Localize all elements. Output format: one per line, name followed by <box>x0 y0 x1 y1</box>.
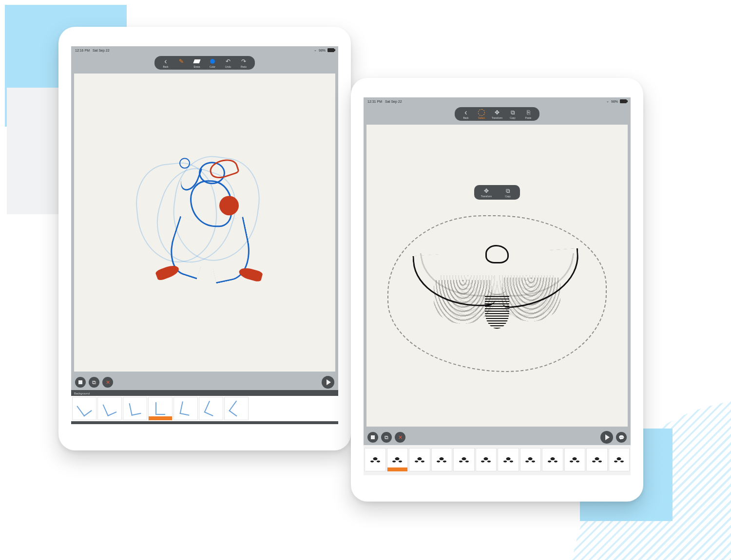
pose-thumb-icon <box>204 401 218 416</box>
timeline-frame[interactable] <box>387 448 408 471</box>
copy-icon <box>504 187 512 195</box>
select-button[interactable]: Select <box>474 109 489 119</box>
timeline-frame[interactable] <box>97 397 122 420</box>
delete-frame-button[interactable] <box>102 377 113 388</box>
transform-label: Transform <box>492 116 503 119</box>
timeline-frame[interactable] <box>453 448 475 471</box>
play-button[interactable] <box>600 431 613 444</box>
timeline-frame[interactable] <box>72 397 96 420</box>
timeline-frame[interactable] <box>173 397 198 420</box>
timeline-frame[interactable] <box>542 448 563 471</box>
play-button[interactable] <box>322 376 334 389</box>
back-label: Back <box>463 116 468 119</box>
new-frame-button[interactable] <box>367 432 378 443</box>
brush-button[interactable] <box>174 57 189 65</box>
pose-thumb-icon <box>155 402 165 415</box>
bird-thumb-icon <box>567 455 582 464</box>
toolbar-pill: Back Erase Color <box>154 56 255 70</box>
timeline-frame[interactable] <box>199 397 223 420</box>
bird-thumb-icon <box>589 455 605 464</box>
timeline-frame[interactable] <box>476 448 497 471</box>
timeline-controls <box>364 429 631 445</box>
brush-icon <box>177 57 185 65</box>
timeline-layer-label: Background <box>71 392 338 396</box>
current-frame-drawing <box>419 231 575 338</box>
timeline-frame[interactable] <box>609 448 630 471</box>
tablet-right: 12:31 PM Sat Sep 22 ⌄ 98% Back Selec <box>351 78 643 502</box>
lasso-icon <box>478 109 485 116</box>
duplicate-frame-button[interactable] <box>381 432 392 443</box>
drawing-canvas[interactable]: Transform Copy <box>366 125 628 427</box>
stage: 12:16 PM Sat Sep 22 ⌄ 98% Back <box>0 0 731 560</box>
erase-button[interactable]: Erase <box>190 57 204 68</box>
bird-thumb-icon <box>456 455 472 464</box>
timeline-frame[interactable] <box>148 397 173 420</box>
paste-button[interactable]: Paste <box>521 109 536 119</box>
copy-icon <box>509 109 517 116</box>
app-toolbar: Back Select Transform Copy <box>364 105 631 122</box>
wifi-icon: ⌄ <box>606 99 609 103</box>
status-bar: 12:31 PM Sat Sep 22 ⌄ 98% <box>364 97 631 105</box>
app-toolbar: Back Erase Color <box>71 54 338 71</box>
color-label: Color <box>210 65 215 68</box>
timeline-frame[interactable] <box>498 448 519 471</box>
ctx-copy-button[interactable]: Copy <box>500 187 516 198</box>
color-button[interactable]: Color <box>205 57 220 68</box>
bird-thumb-icon <box>389 455 405 464</box>
battery-icon <box>620 99 627 103</box>
undo-label: Undo <box>225 65 231 68</box>
timeline-frame[interactable] <box>520 448 541 471</box>
back-button[interactable]: Back <box>158 57 173 68</box>
duplicate-frame-button[interactable] <box>89 377 99 388</box>
screen-left: 12:16 PM Sat Sep 22 ⌄ 98% Back <box>71 46 338 424</box>
bird-thumb-icon <box>367 455 383 464</box>
bird-thumb-icon <box>478 455 494 464</box>
drawing-canvas[interactable] <box>74 74 335 372</box>
bird-thumb-icon <box>500 455 516 464</box>
timeline: Background <box>71 390 338 424</box>
timeline-frame[interactable] <box>365 448 386 471</box>
timeline-frame[interactable] <box>409 448 430 471</box>
ctx-copy-label: Copy <box>505 195 511 198</box>
tablet-left: 12:16 PM Sat Sep 22 ⌄ 98% Back <box>58 27 351 450</box>
pose-thumb-icon <box>180 401 192 416</box>
timeline-frame[interactable] <box>123 397 147 420</box>
timeline <box>364 445 631 475</box>
new-frame-button[interactable] <box>75 377 86 388</box>
undo-icon <box>224 57 232 65</box>
redo-icon <box>240 57 248 65</box>
comments-button[interactable] <box>616 432 627 443</box>
back-label: Back <box>163 65 168 68</box>
erase-label: Erase <box>193 65 200 68</box>
timeline-frame[interactable] <box>586 448 608 471</box>
undo-button[interactable]: Undo <box>221 57 235 68</box>
transform-icon <box>493 109 501 116</box>
timeline-frame[interactable] <box>224 397 249 420</box>
status-time: 12:16 PM <box>75 49 90 52</box>
current-frame-drawing <box>151 162 258 288</box>
copy-label: Copy <box>510 116 516 119</box>
status-date: Sat Sep 22 <box>93 49 110 52</box>
battery-pct: 98% <box>611 100 618 103</box>
pose-thumb-icon <box>129 401 141 416</box>
select-label: Select <box>478 116 485 119</box>
timeline-frame[interactable] <box>564 448 586 471</box>
frames-strip[interactable] <box>364 447 631 472</box>
pose-thumb-icon <box>229 401 244 417</box>
delete-frame-button[interactable] <box>395 432 405 443</box>
ctx-transform-button[interactable]: Transform <box>478 187 495 198</box>
battery-icon <box>327 48 334 52</box>
timeline-frame[interactable] <box>431 448 453 471</box>
paste-label: Paste <box>525 116 532 119</box>
chevron-left-icon <box>162 57 170 65</box>
bird-thumb-icon <box>611 455 627 464</box>
status-bar: 12:16 PM Sat Sep 22 ⌄ 98% <box>71 46 338 54</box>
paste-icon <box>524 109 532 116</box>
wifi-icon: ⌄ <box>314 48 317 52</box>
back-button[interactable]: Back <box>459 109 473 119</box>
copy-button[interactable]: Copy <box>505 109 520 119</box>
redo-button[interactable]: Redo <box>236 57 251 68</box>
eraser-icon <box>193 57 201 65</box>
frames-strip[interactable] <box>71 396 338 421</box>
transform-button[interactable]: Transform <box>490 109 504 119</box>
